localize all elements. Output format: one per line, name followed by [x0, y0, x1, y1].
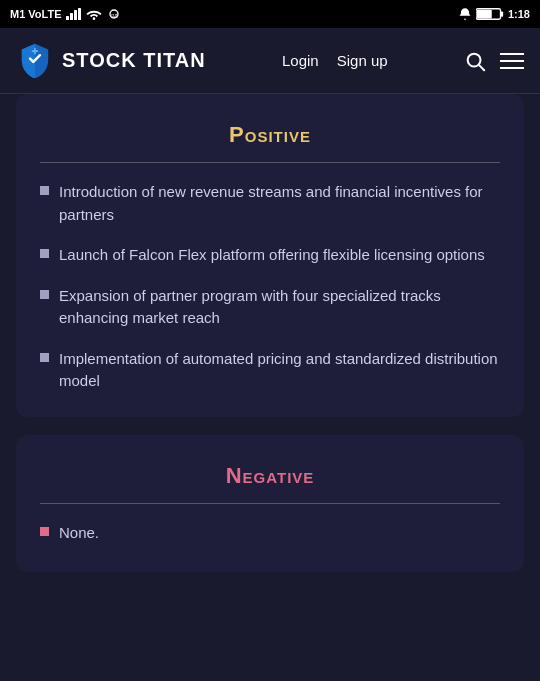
- logo-text: STOCK TITAN: [62, 49, 206, 72]
- bullet-icon: [40, 527, 49, 536]
- wifi-icon: [86, 8, 102, 20]
- positive-card: Positive Introduction of new revenue str…: [16, 94, 524, 417]
- list-item: None.: [40, 522, 500, 545]
- list-item: Implementation of automated pricing and …: [40, 348, 500, 393]
- svg-rect-7: [477, 10, 492, 19]
- svg-rect-0: [66, 16, 69, 20]
- status-left: M1 VoLTE рд: [10, 8, 122, 20]
- menu-button[interactable]: [500, 50, 524, 72]
- main-content: Positive Introduction of new revenue str…: [0, 94, 540, 606]
- battery-icon: [476, 7, 504, 21]
- positive-list: Introduction of new revenue streams and …: [40, 181, 500, 393]
- svg-line-10: [479, 65, 484, 70]
- search-icon: [464, 50, 486, 72]
- list-item: Expansion of partner program with four s…: [40, 285, 500, 330]
- svg-rect-1: [70, 13, 73, 20]
- positive-item-3: Expansion of partner program with four s…: [59, 285, 500, 330]
- carrier-text: M1 VoLTE: [10, 8, 62, 20]
- bullet-icon: [40, 353, 49, 362]
- negative-title: Negative: [40, 463, 500, 489]
- signup-link[interactable]: Sign up: [337, 52, 388, 69]
- negative-list: None.: [40, 522, 500, 545]
- positive-title: Positive: [40, 122, 500, 148]
- svg-rect-2: [74, 10, 77, 20]
- navbar: STOCK TITAN Login Sign up: [0, 28, 540, 94]
- extra-icon: рд: [106, 8, 122, 20]
- status-bar: M1 VoLTE рд 1:18: [0, 0, 540, 28]
- negative-divider: [40, 503, 500, 504]
- list-item: Introduction of new revenue streams and …: [40, 181, 500, 226]
- positive-item-1: Introduction of new revenue streams and …: [59, 181, 500, 226]
- negative-card: Negative None.: [16, 435, 524, 573]
- logo-icon: [16, 42, 54, 80]
- status-right: 1:18: [458, 7, 530, 21]
- bullet-icon: [40, 290, 49, 299]
- alarm-icon: [458, 7, 472, 21]
- positive-item-2: Launch of Falcon Flex platform offering …: [59, 244, 485, 267]
- positive-item-4: Implementation of automated pricing and …: [59, 348, 500, 393]
- negative-item-1: None.: [59, 522, 99, 545]
- logo-area: STOCK TITAN: [16, 42, 206, 80]
- list-item: Launch of Falcon Flex platform offering …: [40, 244, 500, 267]
- positive-divider: [40, 162, 500, 163]
- login-link[interactable]: Login: [282, 52, 319, 69]
- svg-rect-3: [78, 8, 81, 20]
- bullet-icon: [40, 186, 49, 195]
- signal-icon: [66, 8, 82, 20]
- search-button[interactable]: [464, 50, 486, 72]
- svg-text:рд: рд: [111, 12, 118, 18]
- nav-icons: [464, 50, 524, 72]
- time-text: 1:18: [508, 8, 530, 20]
- bullet-icon: [40, 249, 49, 258]
- svg-rect-8: [500, 11, 503, 16]
- hamburger-icon: [500, 50, 524, 72]
- nav-links: Login Sign up: [282, 52, 388, 69]
